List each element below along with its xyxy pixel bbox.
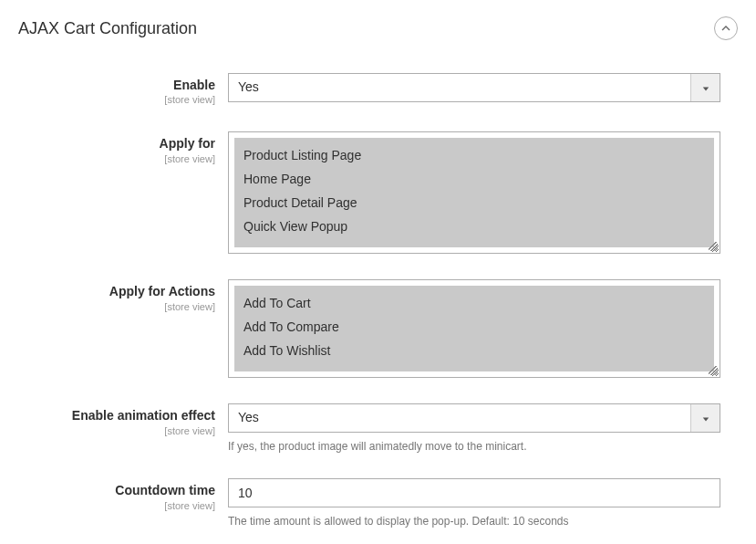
dropdown-caret	[690, 74, 720, 101]
enable-select[interactable]: Yes	[228, 73, 720, 102]
field-input-col: Yes If yes, the product image will anima…	[228, 403, 720, 453]
field-label-col: Apply for [store view]	[18, 131, 228, 254]
field-input-col: Add To Cart Add To Compare Add To Wishli…	[228, 279, 720, 378]
apply-for-scope: [store view]	[18, 152, 215, 165]
field-enable: Enable [store view] Yes	[18, 73, 738, 106]
apply-for-multiselect[interactable]: Product Listing Page Home Page Product D…	[228, 131, 720, 254]
field-input-col: Yes	[228, 73, 720, 106]
apply-for-option[interactable]: Product Listing Page	[234, 143, 714, 167]
collapse-toggle-button[interactable]	[714, 16, 738, 40]
field-countdown: Countdown time [store view] The time amo…	[18, 478, 738, 528]
field-label-col: Enable [store view]	[18, 73, 228, 106]
field-label-col: Enable animation effect [store view]	[18, 403, 228, 453]
chevron-up-icon	[721, 20, 730, 37]
field-input-col: Product Listing Page Home Page Product D…	[228, 131, 720, 254]
apply-for-selected-group: Product Listing Page Home Page Product D…	[234, 138, 714, 247]
enable-label: Enable	[18, 77, 215, 93]
enable-animation-helper: If yes, the product image will animatedl…	[228, 440, 720, 453]
field-label-col: Apply for Actions [store view]	[18, 279, 228, 378]
field-apply-for-actions: Apply for Actions [store view] Add To Ca…	[18, 279, 738, 378]
field-label-col: Countdown time [store view]	[18, 478, 228, 528]
apply-for-label: Apply for	[18, 135, 215, 152]
caret-down-icon	[702, 410, 709, 426]
field-input-col: The time amount is allowed to display th…	[228, 478, 720, 528]
dropdown-caret	[690, 404, 720, 432]
enable-scope: [store view]	[18, 93, 215, 106]
section-header: AJAX Cart Configuration	[18, 16, 738, 40]
apply-for-actions-scope: [store view]	[18, 300, 215, 313]
apply-for-option[interactable]: Home Page	[234, 167, 714, 191]
field-enable-animation: Enable animation effect [store view] Yes…	[18, 403, 738, 453]
enable-animation-label: Enable animation effect	[18, 407, 215, 424]
countdown-helper: The time amount is allowed to display th…	[228, 515, 720, 528]
apply-for-actions-multiselect[interactable]: Add To Cart Add To Compare Add To Wishli…	[228, 279, 720, 378]
countdown-scope: [store view]	[18, 499, 215, 512]
caret-down-icon	[702, 79, 709, 96]
countdown-input[interactable]	[228, 478, 720, 507]
enable-animation-scope: [store view]	[18, 424, 215, 437]
apply-for-option[interactable]: Product Detail Page	[234, 191, 714, 214]
apply-for-actions-option[interactable]: Add To Compare	[234, 315, 714, 339]
apply-for-option[interactable]: Quick View Popup	[234, 214, 714, 238]
resize-handle-icon	[709, 366, 718, 375]
enable-select-value: Yes	[229, 74, 690, 101]
countdown-label: Countdown time	[18, 482, 215, 498]
apply-for-actions-option[interactable]: Add To Cart	[234, 291, 714, 315]
section-title: AJAX Cart Configuration	[18, 19, 197, 38]
enable-animation-select-value: Yes	[229, 404, 690, 432]
apply-for-actions-selected-group: Add To Cart Add To Compare Add To Wishli…	[234, 286, 714, 371]
apply-for-actions-option[interactable]: Add To Wishlist	[234, 339, 714, 362]
apply-for-actions-label: Apply for Actions	[18, 283, 215, 299]
enable-animation-select[interactable]: Yes	[228, 403, 720, 433]
field-apply-for: Apply for [store view] Product Listing P…	[18, 131, 738, 254]
resize-handle-icon	[709, 242, 718, 251]
